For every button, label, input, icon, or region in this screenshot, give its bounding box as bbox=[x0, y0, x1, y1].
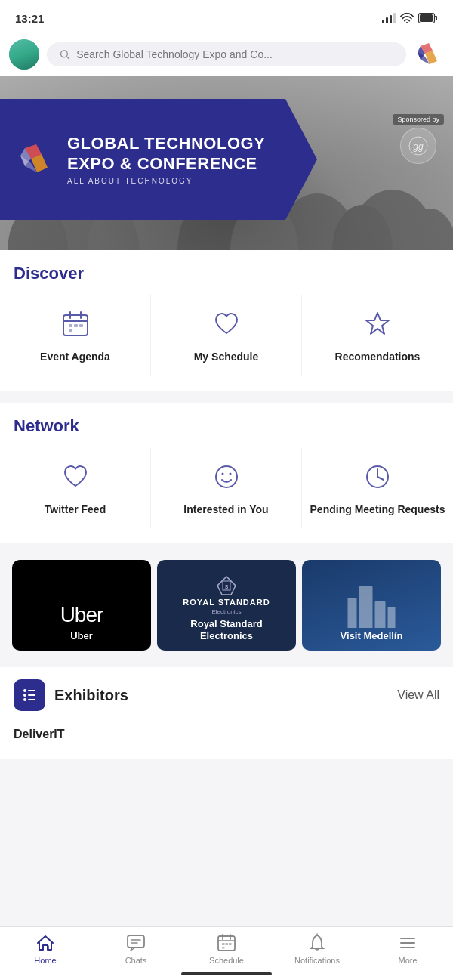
nav-item-schedule[interactable]: Schedule bbox=[204, 933, 249, 965]
discover-section: Discover Event Agenda bbox=[0, 250, 453, 391]
signal-bars-icon bbox=[382, 13, 396, 23]
svg-rect-23 bbox=[74, 324, 78, 327]
svg-point-3 bbox=[61, 51, 68, 57]
more-icon bbox=[398, 933, 418, 953]
home-indicator bbox=[181, 972, 272, 975]
svg-rect-39 bbox=[28, 690, 35, 691]
exhibitors-section: Exhibitors View All DeliverIT bbox=[0, 667, 453, 759]
star-icon bbox=[361, 308, 394, 341]
svg-rect-41 bbox=[28, 699, 35, 700]
notifications-label: Notifications bbox=[294, 956, 340, 965]
schedule-label: Schedule bbox=[209, 956, 244, 965]
svg-rect-25 bbox=[69, 329, 72, 332]
nav-item-more[interactable]: More bbox=[385, 933, 430, 965]
exhibitors-header: Exhibitors View All bbox=[14, 679, 439, 711]
view-all-link[interactable]: View All bbox=[397, 688, 439, 702]
partner-uber[interactable]: Uber Uber bbox=[12, 560, 151, 651]
svg-rect-40 bbox=[28, 694, 35, 696]
home-label: Home bbox=[34, 956, 56, 965]
heart-outline-icon bbox=[59, 460, 92, 493]
exhibitors-icon bbox=[14, 679, 45, 711]
svg-line-32 bbox=[378, 477, 384, 480]
status-time: 13:21 bbox=[15, 12, 44, 25]
partners-row: Uber Uber S ROYAL STANDARD Electronics R… bbox=[0, 555, 453, 655]
more-label: More bbox=[398, 956, 417, 965]
exhibitors-title: Exhibitors bbox=[54, 687, 128, 704]
svg-text:S: S bbox=[225, 584, 229, 589]
home-icon bbox=[35, 933, 55, 953]
discover-item-event-agenda[interactable]: Event Agenda bbox=[0, 295, 151, 376]
twitter-feed-label: Twitter Feed bbox=[45, 502, 106, 516]
search-input[interactable] bbox=[76, 48, 394, 60]
hero-subtitle: ALL ABOUT TECHNOLOGY bbox=[67, 177, 272, 185]
svg-rect-50 bbox=[226, 943, 229, 945]
hero-title: GLOBAL TECHNOLOGY EXPO & CONFERENCE bbox=[67, 134, 272, 174]
clock-icon bbox=[361, 460, 394, 493]
network-grid: Twitter Feed Interested in You bbox=[0, 441, 453, 543]
svg-marker-26 bbox=[366, 313, 389, 334]
battery-icon bbox=[418, 13, 438, 23]
search-bar-container bbox=[0, 33, 453, 76]
chat-icon bbox=[126, 933, 146, 953]
partner-royal[interactable]: S ROYAL STANDARD Electronics Royal Stand… bbox=[157, 560, 296, 651]
network-item-twitter-feed[interactable]: Twitter Feed bbox=[0, 448, 151, 528]
avatar[interactable] bbox=[9, 39, 39, 70]
svg-rect-22 bbox=[69, 324, 72, 327]
exhibitors-left: Exhibitors bbox=[14, 679, 128, 711]
discover-item-recomendations[interactable]: Recomendations bbox=[302, 295, 453, 376]
discover-grid: Event Agenda My Schedule Recomendations bbox=[0, 288, 453, 391]
svg-point-28 bbox=[221, 473, 223, 475]
smiley-icon bbox=[210, 460, 243, 493]
nav-item-chats[interactable]: Chats bbox=[113, 933, 159, 965]
my-schedule-label: My Schedule bbox=[194, 350, 259, 363]
svg-point-36 bbox=[23, 689, 26, 692]
uber-name: Uber bbox=[70, 630, 93, 643]
status-icons bbox=[382, 13, 438, 23]
hero-banner: GLOBAL TECHNOLOGY EXPO & CONFERENCE ALL … bbox=[0, 76, 453, 250]
svg-rect-24 bbox=[79, 324, 83, 327]
chats-label: Chats bbox=[125, 956, 147, 965]
svg-point-29 bbox=[229, 473, 231, 475]
event-agenda-label: Event Agenda bbox=[40, 350, 110, 363]
exhibitor-item-deliverit[interactable]: DeliverIT bbox=[14, 722, 439, 747]
nav-item-home[interactable]: Home bbox=[23, 933, 68, 965]
network-item-pending-meetings[interactable]: Pending Meeting Requests bbox=[302, 448, 453, 528]
search-icon bbox=[59, 48, 70, 60]
nav-item-notifications[interactable]: Notifications bbox=[294, 933, 340, 965]
svg-point-38 bbox=[23, 698, 26, 701]
sponsor-label: Sponsored by bbox=[393, 114, 444, 125]
wifi-icon bbox=[400, 13, 414, 23]
bell-icon bbox=[307, 933, 327, 953]
svg-rect-2 bbox=[420, 14, 433, 22]
status-bar: 13:21 bbox=[0, 0, 453, 33]
hero-text: GLOBAL TECHNOLOGY EXPO & CONFERENCE ALL … bbox=[67, 134, 272, 185]
network-title: Network bbox=[0, 403, 453, 441]
heart-icon bbox=[210, 308, 243, 341]
interested-label: Interested in You bbox=[183, 502, 268, 516]
svg-point-37 bbox=[23, 694, 26, 697]
network-item-interested[interactable]: Interested in You bbox=[151, 448, 302, 528]
schedule-icon bbox=[217, 933, 236, 953]
svg-point-0 bbox=[406, 22, 408, 23]
sponsor-box: Sponsored by gg bbox=[393, 114, 444, 164]
svg-rect-49 bbox=[222, 943, 225, 945]
uber-logo-text: Uber bbox=[60, 603, 103, 627]
svg-rect-51 bbox=[229, 943, 232, 945]
pending-meetings-label: Pending Meeting Requests bbox=[310, 502, 445, 516]
calendar-icon bbox=[59, 308, 92, 341]
royal-name: Royal Standard Electronics bbox=[165, 618, 288, 644]
royal-logo: S ROYAL STANDARD Electronics bbox=[183, 575, 270, 615]
svg-rect-42 bbox=[128, 935, 144, 948]
medellin-name: Visit Medellín bbox=[341, 630, 403, 643]
svg-text:gg: gg bbox=[414, 141, 424, 152]
search-input-wrapper[interactable] bbox=[47, 42, 406, 66]
svg-point-27 bbox=[216, 466, 237, 487]
app-logo bbox=[414, 39, 444, 70]
hero-logo bbox=[15, 139, 57, 181]
discover-title: Discover bbox=[0, 250, 453, 288]
partner-medellin[interactable]: Visit Medellín bbox=[302, 560, 441, 651]
hero-overlay: GLOBAL TECHNOLOGY EXPO & CONFERENCE ALL … bbox=[0, 99, 317, 220]
svg-line-4 bbox=[66, 57, 69, 59]
network-section: Network Twitter Feed Interested in You bbox=[0, 403, 453, 543]
discover-item-my-schedule[interactable]: My Schedule bbox=[151, 295, 302, 376]
